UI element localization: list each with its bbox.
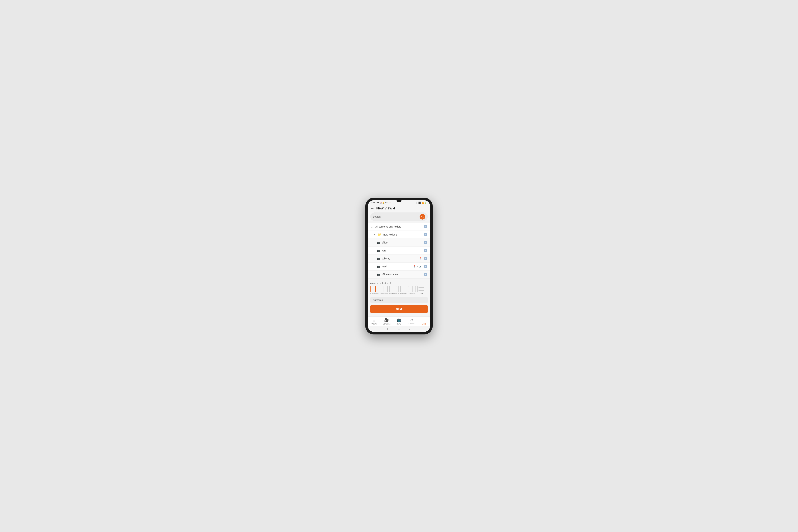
- search-button[interactable]: [420, 214, 425, 220]
- android-back-btn[interactable]: ◂: [408, 327, 411, 330]
- layout-grid-15: [408, 286, 416, 292]
- camera-icon-yard: 📷: [377, 249, 380, 252]
- camera-icon-subway: 📷: [377, 257, 380, 260]
- camera-list: 🗂 All cameras and folders ▼ 📁 New folder…: [368, 223, 430, 279]
- list-item-office[interactable]: 📷 office: [368, 239, 430, 247]
- layout-6cam-v1[interactable]: 6 cameras: [370, 286, 379, 295]
- layout-8cam-v2[interactable]: 8 cameras: [398, 286, 406, 295]
- location-badge-road: 📍: [413, 265, 416, 268]
- road-checkbox[interactable]: [424, 265, 428, 268]
- status-time: 2:59 PM ⏰ 🔔 ✉ ↗ 📍: [371, 202, 391, 204]
- page-title: New view 4: [376, 206, 395, 210]
- camera-icon-office: 📷: [377, 241, 380, 244]
- new-folder-checkbox[interactable]: [424, 233, 428, 236]
- list-item-new-folder[interactable]: ▼ 📁 New folder 1: [368, 231, 430, 239]
- cameras-icon: 🎥: [384, 318, 389, 322]
- bottom-nav: ⊞ Views 🎥 Cameras 📺 Eva 🗂 Events ☰: [368, 316, 430, 326]
- eva-label: Eva: [397, 323, 401, 325]
- android-nav: ◂: [368, 326, 430, 332]
- layout-grid-6v1: [370, 286, 378, 292]
- camera-icon-road: 📷: [377, 265, 380, 268]
- layout-15cam-label: 15 camer...: [408, 293, 416, 295]
- list-item-road[interactable]: 📷 road 📍 ⊕ 🔈: [368, 263, 430, 271]
- subway-checkbox[interactable]: [424, 257, 428, 260]
- yard-checkbox[interactable]: [424, 249, 428, 252]
- android-square-btn[interactable]: [387, 327, 390, 330]
- road-badges: 📍 ⊕ 🔈: [413, 265, 422, 268]
- list-item-subway[interactable]: 📷 subway 📍: [368, 255, 430, 263]
- android-recents-icon: [387, 328, 390, 330]
- layout-6cam-v2[interactable]: 6 cameras: [380, 286, 388, 295]
- layout-grid-list: [417, 286, 425, 292]
- subway-label: subway: [382, 257, 417, 260]
- ptz-badge-road: ⊕: [417, 265, 418, 268]
- yard-label: yard: [382, 249, 422, 252]
- back-button[interactable]: ←: [370, 206, 374, 210]
- new-folder-label: New folder 1: [383, 233, 422, 236]
- search-bar[interactable]: [370, 212, 428, 221]
- view-name-input[interactable]: Cameras: [370, 297, 428, 303]
- search-icon: [421, 215, 424, 218]
- events-icon: 🗂: [410, 318, 413, 322]
- subway-badges: 📍: [419, 257, 422, 260]
- layout-options: 6 cameras 6 cameras: [370, 286, 428, 295]
- views-label: Views: [372, 323, 377, 325]
- folder-icon: 🗂: [370, 225, 374, 228]
- nav-views[interactable]: ⊞ Views: [368, 318, 380, 325]
- status-icons: * ▐▐▐▐ 📶 🔋: [415, 202, 427, 204]
- layout-8cam[interactable]: 8 cameras: [389, 286, 397, 295]
- layout-8cam-label: 8 cameras: [389, 293, 397, 295]
- layout-6v2-label: 6 cameras: [380, 293, 388, 295]
- cameras-label: Cameras: [382, 323, 391, 325]
- app-content: ← New view 4 🗂 All cameras and folders: [368, 205, 430, 332]
- office-label: office: [382, 241, 422, 244]
- layout-grid-8: [389, 286, 397, 292]
- views-icon: ⊞: [373, 318, 376, 322]
- nav-eva[interactable]: 📺 Eva: [393, 318, 405, 325]
- layout-8v2-label: 8 cameras: [398, 293, 406, 295]
- android-home-btn[interactable]: [397, 327, 401, 330]
- office-checkbox[interactable]: [424, 241, 428, 244]
- cameras-selected-count: cameras selected: 5: [370, 282, 428, 284]
- audio-badge-road: 🔈: [419, 265, 422, 268]
- camera-icon-entrance: 📷: [377, 273, 380, 276]
- phone-screen: 2:59 PM ⏰ 🔔 ✉ ↗ 📍 * ▐▐▐▐ 📶 🔋 ← New view …: [368, 200, 430, 332]
- events-label: Events: [408, 323, 415, 325]
- layout-list[interactable]: List: [417, 286, 425, 295]
- list-item-all-cameras[interactable]: 🗂 All cameras and folders: [368, 223, 430, 231]
- more-icon: ☰: [422, 318, 425, 322]
- layout-grid-6v2: [380, 286, 388, 292]
- next-button[interactable]: Next: [370, 305, 428, 313]
- all-cameras-label: All cameras and folders: [375, 225, 422, 228]
- top-bar: ← New view 4: [368, 205, 430, 212]
- android-back-icon: ◂: [409, 327, 410, 330]
- road-label: road: [382, 265, 411, 268]
- list-item-yard[interactable]: 📷 yard: [368, 247, 430, 255]
- phone-device: 2:59 PM ⏰ 🔔 ✉ ↗ 📍 * ▐▐▐▐ 📶 🔋 ← New view …: [365, 198, 433, 335]
- office-entrance-checkbox[interactable]: [424, 273, 428, 276]
- layout-6v1-label: 6 cameras: [370, 293, 379, 295]
- layout-list-label: List: [420, 293, 423, 295]
- layout-15cam[interactable]: 15 camer...: [408, 286, 416, 295]
- nav-more[interactable]: ☰ More: [418, 318, 430, 325]
- nav-events[interactable]: 🗂 Events: [405, 318, 418, 325]
- chevron-icon: ▼: [374, 233, 376, 236]
- nav-cameras[interactable]: 🎥 Cameras: [380, 318, 393, 325]
- location-badge-subway: 📍: [419, 257, 422, 260]
- all-cameras-checkbox[interactable]: [424, 225, 428, 228]
- office-entrance-label: office entrance: [382, 273, 422, 276]
- folder-icon-2: 📁: [378, 233, 381, 236]
- layout-grid-8v2: [398, 286, 406, 292]
- eva-icon: 📺: [397, 318, 401, 322]
- more-label: More: [422, 323, 426, 325]
- search-input[interactable]: [373, 215, 418, 218]
- list-item-office-entrance[interactable]: 📷 office entrance: [368, 271, 430, 279]
- android-home-icon: [398, 328, 400, 330]
- bottom-section: cameras selected: 5: [368, 280, 430, 316]
